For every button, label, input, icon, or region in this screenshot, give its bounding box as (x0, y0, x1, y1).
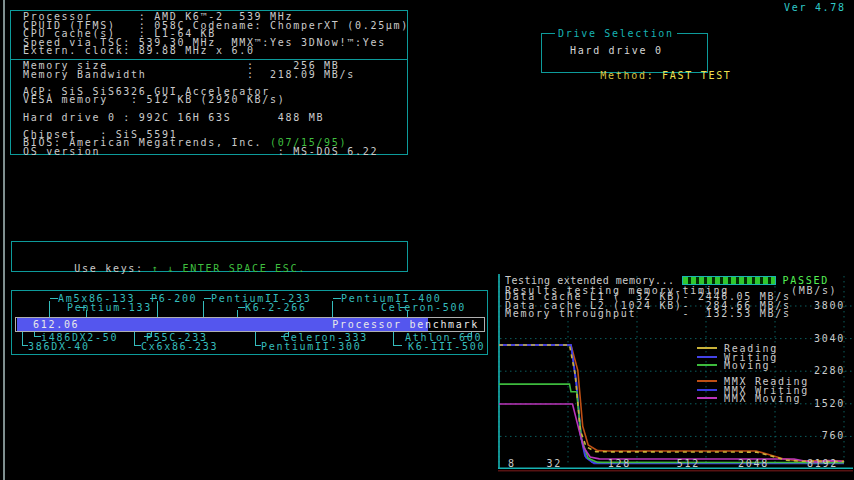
benchmark-ref-tick (288, 332, 289, 337)
legend-swatch-mmx-reading (697, 380, 717, 382)
cpu-info-box: Processor : AMD K6™-2 539 MHzCPUID (TFMS… (10, 10, 408, 60)
system-info-text: Hard drive 0 : 992C 16H 63S 488 MB (23, 112, 324, 123)
keys-help-line: Use keys: ↑ ↓ ENTER SPACE ESC. (28, 252, 306, 285)
drive-method-label: Method: (600, 70, 662, 81)
benchmark-ref-tick (471, 332, 472, 337)
benchmark-ref-label: K6-2-266 (245, 302, 307, 313)
benchmark-ref-tick (332, 301, 333, 317)
benchmark-ref-tick (86, 310, 87, 317)
benchmark-ref-tick (157, 301, 158, 317)
benchmark-ref-tick (393, 332, 394, 346)
benchmark-ref-stub (135, 345, 141, 346)
keys-help-box: Use keys: ↑ ↓ ENTER SPACE ESC. (11, 241, 408, 272)
benchmark-ref-stub (23, 345, 28, 346)
speedsys-screen: Ver 4.78 Processor : AMD K6™-2 539 MHzCP… (0, 0, 854, 480)
benchmark-ref-label: K6-III-500 (408, 341, 485, 352)
benchmark-ref-stub (400, 307, 407, 308)
system-info-line: VESA memory : 512 KB (2920 KB/s) (23, 96, 407, 105)
benchmark-ref-stub (281, 336, 288, 337)
benchmark-ref-tick (134, 332, 135, 346)
x-tick-label: 8192 (807, 458, 838, 469)
drive-method-line: Method: FAST TEST (554, 59, 732, 92)
version-label: Ver 4.78 (784, 2, 846, 13)
cpu-info-lines: Processor : AMD K6™-2 539 MHzCPUID (TFMS… (23, 13, 407, 56)
benchmark-ref-label: Celeron-500 (381, 302, 466, 313)
benchmark-ref-stub (256, 345, 261, 346)
results-units-header: (MB/s) (791, 285, 837, 296)
legend-label-mmx-moving: MMX Moving (724, 393, 801, 404)
legend-swatch-moving (697, 364, 717, 366)
y-tick-label: 3040 (811, 333, 845, 344)
y-tick-label: 760 (811, 430, 845, 441)
drive-method-value: FAST TEST (662, 70, 732, 81)
x-tick-label: 2048 (738, 458, 769, 469)
memtest-progressbar (682, 276, 776, 285)
system-info-line: OS version : MS-DOS 6.22 (23, 148, 407, 157)
benchmark-ref-stub (333, 298, 341, 299)
cpu-info-line: Extern. clock: 89.88 MHz x 6.0 (23, 47, 407, 56)
benchmark-ref-tick (407, 310, 408, 317)
benchmark-title: Processor benchmark (332, 319, 479, 330)
legend-swatch-mmx-writing (697, 389, 717, 391)
benchmark-ref-stub (144, 336, 151, 337)
x-tick-label: 512 (677, 458, 700, 469)
drive-item-hard-drive-0[interactable]: Hard drive 0 (570, 45, 663, 56)
x-tick-label: 128 (608, 458, 631, 469)
benchmark-ref-label: 386DX-40 (28, 341, 90, 352)
benchmark-ref-label: Cx6x86-233 (141, 341, 218, 352)
system-info-box: Memory size : 256 MBMemory Bandwidth : 2… (10, 59, 408, 155)
x-tick-label: 8 (508, 458, 516, 469)
memtest-result-lines: Data cache L1 ( 32 KB)- 2446.05 MB/sData… (505, 293, 791, 319)
system-info-line: Memory Bandwidth : 218.09 MB/s (23, 71, 407, 80)
processor-benchmark-chart: 612.06 Processor benchmark Am5x86-133P6-… (11, 290, 488, 355)
benchmark-ref-stub (464, 336, 471, 337)
legend-label-moving: Moving (724, 360, 770, 371)
y-tick-label: 1520 (811, 398, 845, 409)
benchmark-ref-tick (237, 310, 238, 317)
keys-help-keys: ↑ ↓ ENTER SPACE ESC. (152, 263, 306, 274)
system-info-text: Memory Bandwidth : 218.09 MB/s (23, 69, 355, 80)
drive-selection-dialog: Drive Selection Hard drive 0 Method: FAS… (541, 33, 708, 73)
legend-swatch-reading (697, 347, 717, 349)
y-tick-label: 3800 (811, 300, 845, 311)
benchmark-ref-stub (50, 298, 58, 299)
benchmark-ref-stub (35, 336, 41, 337)
benchmark-ref-tick (22, 332, 23, 346)
benchmark-ref-tick (151, 332, 152, 337)
legend-swatch-writing (697, 356, 717, 358)
benchmark-ref-tick (49, 301, 50, 317)
drive-selection-title: Drive Selection (555, 28, 677, 39)
benchmark-ref-stub (79, 307, 86, 308)
benchmark-ref-stub (150, 298, 157, 299)
system-info-lines: Memory size : 256 MBMemory Bandwidth : 2… (23, 62, 407, 157)
memtest-result-line: Memory throughput - 132.53 MB/s (505, 310, 791, 319)
benchmark-ref-tick (255, 332, 256, 346)
system-info-text: OS version : MS-DOS 6.22 (23, 146, 378, 157)
system-info-line: Hard drive 0 : 992C 16H 63S 488 MB (23, 114, 407, 123)
legend-swatch-mmx-moving (697, 397, 717, 399)
benchmark-ref-stub (204, 298, 211, 299)
y-tick-label: 2280 (811, 365, 845, 376)
system-info-text: VESA memory : 512 KB (2920 KB/s) (23, 94, 286, 105)
x-tick-label: 32 (547, 458, 562, 469)
benchmark-ref-tick (203, 301, 204, 317)
benchmark-score: 612.06 (33, 319, 79, 330)
benchmark-ref-stub (394, 345, 402, 346)
benchmark-ref-label: PentiumII-300 (261, 341, 361, 352)
series-mmx-moving (499, 404, 844, 462)
screen-left-edge-line (3, 0, 5, 480)
keys-help-label: Use keys: (74, 263, 151, 274)
benchmark-ref-stub (238, 307, 245, 308)
